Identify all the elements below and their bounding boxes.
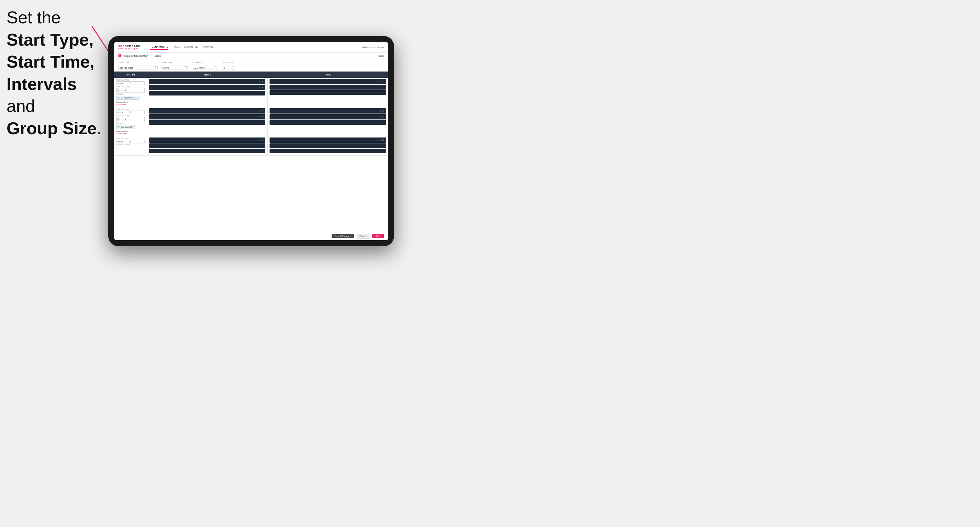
sign-out-link[interactable]: Sign out bbox=[377, 46, 384, 48]
hole-increment-1[interactable]: + bbox=[124, 88, 127, 92]
remove-player-icon[interactable]: ✕ bbox=[382, 116, 384, 118]
remove-player-icon[interactable]: ✕ bbox=[261, 116, 263, 118]
group-actions-1: Remove Group + Add Group bbox=[116, 101, 145, 105]
col-team1: Team 1 bbox=[147, 73, 267, 76]
time-field-2[interactable] bbox=[118, 111, 128, 114]
logo: SCOREBOARDPowered by clippd bbox=[118, 44, 146, 49]
list-item: ✎ ✕ bbox=[270, 79, 386, 84]
add-group-1[interactable]: + Add Group bbox=[116, 103, 145, 105]
hole-increment-2[interactable]: + bbox=[124, 117, 127, 122]
nav-tab-tournaments[interactable]: TOURNAMENTS bbox=[150, 44, 168, 50]
navbar: SCOREBOARDPowered by clippd TOURNAMENTS … bbox=[114, 42, 388, 52]
clock-icon-3: 🕐 bbox=[129, 140, 131, 143]
add-group-2[interactable]: + Add Group bbox=[116, 133, 145, 135]
course-name-1: (A) Peachtree GC bbox=[121, 97, 135, 99]
course-label-1: COURSE: bbox=[116, 93, 145, 95]
starting-time-input-1[interactable]: 🕐 bbox=[116, 81, 145, 85]
hole-stepper-2[interactable]: − 1 + bbox=[116, 117, 145, 122]
schedule-table: Tee Time Team 1 Team 2 STARTING TIME: 🕐 … bbox=[114, 71, 388, 232]
remove-player-icon[interactable]: ✕ bbox=[261, 110, 263, 112]
empty-slot bbox=[149, 120, 265, 125]
cancel-button[interactable]: Cancel bbox=[356, 233, 370, 238]
edit-icon[interactable]: ✎ bbox=[259, 110, 260, 112]
starting-hole-label-2: STARTING HOLE: bbox=[116, 114, 145, 116]
starting-time-input-2[interactable]: 🕐 bbox=[116, 111, 145, 114]
table-header: Tee Time Team 1 Team 2 bbox=[114, 71, 388, 78]
back-button[interactable]: ‹ Back bbox=[377, 55, 384, 57]
start-type-select[interactable]: 1st Tee Start bbox=[118, 66, 158, 70]
starting-hole-label-3: STARTING HOLE: bbox=[116, 144, 145, 146]
remove-player-icon[interactable]: ✕ bbox=[261, 86, 263, 89]
remove-player-icon[interactable]: ✕ bbox=[382, 110, 384, 112]
empty-slot bbox=[270, 85, 386, 90]
team1-cell-2: ✎ ✕ ✎ ✕ bbox=[147, 107, 267, 136]
hole-decrement-2[interactable]: − bbox=[116, 117, 120, 122]
intervals-select[interactable]: 10 Minutes bbox=[192, 66, 218, 70]
save-button[interactable]: Save bbox=[372, 234, 384, 238]
group-size-select[interactable]: 3 bbox=[222, 66, 235, 70]
edit-icon[interactable]: ✎ bbox=[380, 81, 381, 83]
course-icon-2: 🏌 bbox=[118, 126, 120, 128]
empty-slot bbox=[270, 90, 386, 95]
start-time-select-wrap: 10:00 bbox=[162, 64, 188, 70]
empty-slot bbox=[270, 120, 386, 125]
reset-button[interactable]: Reset Changes bbox=[332, 234, 354, 238]
course-remove-1[interactable]: ✕ bbox=[136, 97, 138, 99]
edit-icon[interactable]: ✎ bbox=[259, 87, 260, 89]
settings-row: Start Type 1st Tee Start Start Time 10:0… bbox=[114, 59, 388, 71]
remove-group-1[interactable]: Remove Group bbox=[116, 101, 145, 103]
time-field-3[interactable] bbox=[118, 141, 128, 143]
course-icon-1: 🏌 bbox=[118, 97, 120, 99]
remove-player-icon[interactable]: ✕ bbox=[382, 80, 384, 83]
remove-player-icon[interactable]: ✕ bbox=[261, 139, 263, 141]
brand-logo: C bbox=[118, 54, 121, 57]
team1-cell-1: ✎ ✕ ✎ ✕ bbox=[147, 78, 267, 106]
empty-slot bbox=[149, 91, 265, 95]
edit-icon[interactable]: ✎ bbox=[259, 81, 260, 83]
nav-tab-committee[interactable]: COMMITTEE bbox=[184, 44, 198, 50]
list-item: ✎ ✕ bbox=[149, 138, 265, 143]
edit-icon[interactable]: ✎ bbox=[380, 139, 381, 141]
section-name: Hosting bbox=[153, 55, 161, 57]
list-item: ✎ ✕ bbox=[270, 138, 386, 143]
bold-intervals: Intervals bbox=[6, 75, 77, 94]
edit-icon[interactable]: ✎ bbox=[259, 116, 260, 118]
course-name-2: East Lake GC bbox=[121, 126, 132, 128]
group-actions-2: Remove Group + Add Group bbox=[116, 130, 145, 135]
course-tag-2: 🏌 East Lake GC ✕ bbox=[116, 125, 136, 129]
table-row: STARTING TIME: 🕐 STARTING HOLE: − 1 + CO… bbox=[114, 78, 388, 107]
hole-decrement-1[interactable]: − bbox=[116, 88, 120, 92]
team2-cell-2: ✎ ✕ ✎ ✕ bbox=[267, 107, 388, 136]
clock-icon-1: 🕐 bbox=[129, 82, 131, 84]
nav-tab-teams[interactable]: TEAMS bbox=[172, 44, 180, 50]
course-remove-2[interactable]: ✕ bbox=[133, 126, 135, 128]
tablet-device: SCOREBOARDPowered by clippd TOURNAMENTS … bbox=[108, 36, 394, 246]
starting-time-input-3[interactable]: 🕐 bbox=[116, 140, 145, 143]
hole-stepper-1[interactable]: − 1 + bbox=[116, 87, 145, 93]
start-time-label: Start Time bbox=[162, 61, 188, 63]
remove-group-2[interactable]: Remove Group bbox=[116, 130, 145, 132]
empty-slot bbox=[270, 149, 386, 153]
nav-tabs: TOURNAMENTS TEAMS COMMITTEE RANKINGS bbox=[150, 44, 363, 50]
intervals-label: Intervals bbox=[192, 61, 218, 63]
remove-player-icon[interactable]: ✕ bbox=[261, 80, 263, 83]
time-field-1[interactable] bbox=[118, 83, 128, 84]
edit-icon[interactable]: ✎ bbox=[380, 110, 381, 112]
group-2-left: STARTING TIME: 🕐 STARTING HOLE: − 1 + CO… bbox=[114, 107, 147, 136]
start-type-group: Start Type 1st Tee Start bbox=[118, 61, 158, 70]
bottom-bar: Reset Changes Cancel Save bbox=[114, 232, 388, 240]
edit-icon[interactable]: ✎ bbox=[380, 116, 381, 118]
nav-tab-rankings[interactable]: RANKINGS bbox=[202, 44, 214, 50]
col-team2: Team 2 bbox=[267, 73, 388, 76]
edit-icon[interactable]: ✎ bbox=[259, 139, 260, 141]
remove-player-icon[interactable]: ✕ bbox=[382, 139, 384, 141]
course-label-2: COURSE: bbox=[116, 122, 145, 124]
hole-value-1: 1 bbox=[120, 89, 124, 91]
table-row: STARTING TIME: 🕐 STARTING HOLE: ✎ ✕ bbox=[114, 136, 388, 156]
empty-slot bbox=[149, 143, 265, 148]
list-item: ✎ ✕ bbox=[270, 108, 386, 114]
start-time-select[interactable]: 10:00 bbox=[162, 66, 188, 70]
intervals-select-wrap: 10 Minutes bbox=[192, 64, 218, 70]
tablet-screen: SCOREBOARDPowered by clippd TOURNAMENTS … bbox=[114, 42, 388, 240]
list-item: ✎ ✕ bbox=[149, 114, 265, 119]
